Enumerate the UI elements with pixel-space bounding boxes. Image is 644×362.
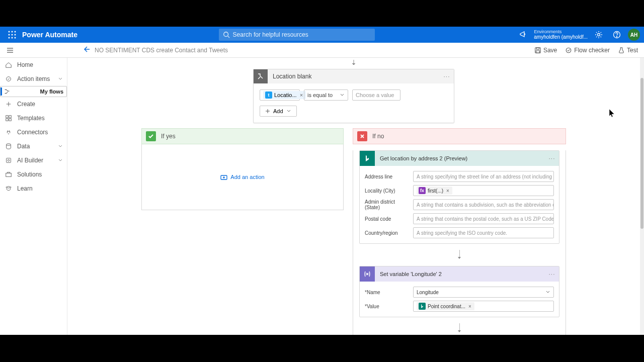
if-yes-body: Add an action [141,144,344,210]
svg-point-0 [9,31,10,33]
help-icon[interactable] [610,28,624,42]
home-icon [5,61,12,68]
svg-point-5 [15,34,16,36]
card-menu[interactable]: ··· [440,73,454,80]
solutions-icon [5,171,12,178]
svg-point-2 [15,31,16,33]
address-line-input[interactable]: A string specifying the street line of a… [413,171,554,182]
condition-value[interactable]: Choose a value [352,89,400,101]
condition-operator[interactable]: is equal to [304,89,348,101]
chevron-down-icon [58,144,63,149]
chevron-down-icon [58,76,63,81]
svg-rect-31 [6,173,12,176]
fx-icon: fx [419,187,426,194]
brand: Power Automate [22,31,77,39]
admin-district-input[interactable]: A string that contains a subdivision, su… [413,199,554,210]
condition-left-operand[interactable]: tLocatio...× [260,89,300,101]
nav-home[interactable]: Home [0,58,67,72]
close-icon [357,131,367,141]
svg-point-7 [12,37,13,39]
set-variable-card[interactable]: Set variable 'Longitude' 2 ··· *NameLong… [359,266,559,317]
nav-my-flows[interactable]: My flows [0,86,67,97]
add-condition-button[interactable]: Add [260,106,297,117]
left-nav: Home Action items My flows Create Templa… [0,58,67,335]
nav-ai-builder[interactable]: AI Builder [0,153,67,167]
gear-icon[interactable] [592,28,606,42]
bing-token-icon [419,303,426,310]
hamburger-icon[interactable] [6,46,22,54]
nav-templates[interactable]: Templates [0,111,67,125]
templates-icon [5,115,12,122]
condition-card[interactable]: Location blank ··· tLocatio...× is equal… [253,69,454,123]
nav-solutions[interactable]: Solutions [0,167,67,182]
nav-action-items[interactable]: Action items [0,72,67,86]
svg-point-3 [9,34,10,36]
svg-point-1 [12,31,13,33]
chevron-down-icon [340,93,345,98]
svg-point-4 [12,34,13,36]
plus-icon [5,101,12,108]
vertical-scrollbar[interactable] [640,58,644,335]
card-menu[interactable]: ··· [545,155,559,162]
nav-connectors[interactable]: Connectors [0,125,67,139]
flow-name: NO SENTIMENT CDS create Contact and Twee… [95,47,228,54]
nav-learn[interactable]: Learn [0,182,67,196]
variable-name-select[interactable]: Longitude [413,287,554,298]
save-button[interactable]: Save [534,47,557,54]
svg-point-30 [8,159,10,161]
locality-input[interactable]: fxfirst(...)× [413,185,554,196]
search-input[interactable] [219,29,375,41]
bing-action-card[interactable]: Get location by address 2 (Preview) ··· … [359,150,559,244]
chevron-down-icon [286,109,291,114]
chevron-down-icon [58,158,63,163]
nav-data[interactable]: Data [0,139,67,153]
data-icon [5,143,12,150]
remove-token[interactable]: × [299,92,304,98]
remove-token[interactable]: × [445,188,450,194]
control-icon [254,69,268,83]
svg-rect-25 [9,116,11,118]
card-menu[interactable]: ··· [545,270,559,278]
back-button[interactable] [83,45,95,55]
announcements-icon[interactable] [516,28,530,42]
search-icon [223,31,230,38]
condition-title: Location blank [268,73,440,80]
scrollbar-thumb[interactable] [640,78,643,229]
svg-line-10 [227,36,229,38]
ai-icon [5,157,12,164]
svg-rect-27 [9,119,11,121]
svg-point-11 [598,34,600,36]
action-icon [5,75,12,82]
avatar[interactable]: AH [628,29,640,41]
if-no-header[interactable]: If no [353,129,566,144]
variable-icon [360,266,375,282]
svg-point-6 [9,37,10,39]
svg-point-28 [7,144,11,146]
postal-code-input[interactable]: A string that contains the postal code, … [413,213,554,224]
test-button[interactable]: Test [618,47,638,54]
environment-picker[interactable]: Environments amyholdfen (amyholdf... [534,30,588,40]
app-launcher[interactable] [4,27,20,43]
if-yes-header[interactable]: If yes [142,129,343,144]
flow-canvas[interactable]: Location blank ··· tLocatio...× is equal… [67,58,640,335]
svg-rect-26 [6,119,8,121]
svg-rect-18 [536,47,539,49]
twitter-icon: t [265,92,272,99]
nav-create[interactable]: Create [0,97,67,111]
svg-rect-29 [7,158,11,163]
bing-maps-icon [360,151,375,166]
svg-point-21 [7,77,11,81]
remove-token[interactable]: × [467,304,472,309]
connectors-icon [5,129,12,136]
svg-point-13 [616,36,617,37]
if-no-body: Get location by address 2 (Preview) ··· … [353,150,566,335]
svg-rect-19 [536,50,539,52]
flows-icon [4,88,11,95]
flow-checker-button[interactable]: Flow checker [565,47,610,54]
check-icon [146,131,156,141]
add-action-button[interactable]: Add an action [220,173,264,180]
svg-point-20 [566,48,571,53]
svg-rect-24 [6,116,8,118]
country-input[interactable]: A string specifying the ISO country code… [413,227,554,238]
variable-value-input[interactable]: Point coordinat...× [413,301,554,312]
